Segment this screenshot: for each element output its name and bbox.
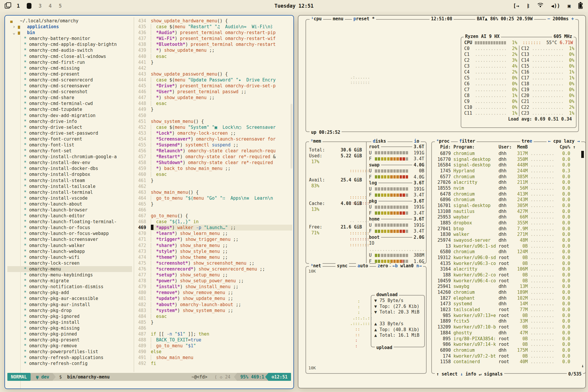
tree-item[interactable]: *omarchy-launch-screensaver xyxy=(7,236,132,242)
net-tab[interactable]: ³net xyxy=(309,263,323,268)
logout-icon[interactable]: [→ xyxy=(513,3,519,9)
tree-item[interactable]: *omarchy-launch-webapp xyxy=(7,248,132,254)
code-line[interactable]: 439▏ *) show_update_menu ;; xyxy=(134,47,292,53)
proc-row[interactable]: 174 kworker/u97:2-bt root 0B ......... 0… xyxy=(435,353,583,359)
proc-row[interactable]: 1884 ghostty dhh 47M ......... 0.0 xyxy=(435,330,583,336)
tree-item-selected[interactable]: *omarchy-menu xyxy=(7,266,132,272)
code-line[interactable]: 468▏ case "${1,,}" in xyxy=(134,219,292,225)
tree-item[interactable]: *omarchy-pkg-aur-accessible xyxy=(7,296,132,301)
code-line[interactable]: 466 xyxy=(134,207,292,213)
refresh-interval[interactable]: − 2000ms + xyxy=(546,16,575,21)
code-line[interactable]: 467go_to_menu() { xyxy=(134,213,292,219)
code-line[interactable]: 452▏ case $(menu "System" "▣ Lock\n▢ Scr… xyxy=(134,124,292,130)
code-line[interactable]: 450 xyxy=(134,113,292,119)
tree-item[interactable]: *omarchy-launch-browser xyxy=(7,207,132,213)
code-line[interactable]: 437▏ *Wi-Fi*) present_terminal omarchy-r… xyxy=(134,36,292,41)
code-line[interactable]: 487if [[ -n "$1" ]]; then xyxy=(134,331,292,337)
code-line[interactable]: 444▏ case $(menu "Update Password" "✦ Dr… xyxy=(134,77,292,83)
tree-item[interactable]: *omarchy-pkg-ignored xyxy=(7,313,132,319)
proc-row[interactable]: 6896 chromium dhh 243M ......... 0.0 xyxy=(435,197,583,203)
tree-item[interactable]: *omarchy-launch-about xyxy=(7,201,132,207)
code-line[interactable]: 483▏ *system*) show_system_menu ;; xyxy=(134,308,292,313)
proc-sort-selector[interactable]: ← cpu lazy → xyxy=(547,139,581,144)
proc-row[interactable]: 985 kworker/u97:13+e root 0B ......... 0… xyxy=(435,313,583,319)
code-line[interactable]: 454▏ *Screensaver*) omarchy-launch-scree… xyxy=(134,136,292,142)
tree-item[interactable]: *omarchy-drive-info xyxy=(7,119,132,124)
code-line[interactable]: 458▏ *Shutdown*) omarchy-state clear re*… xyxy=(134,160,292,166)
proc-filter-button[interactable]: filter xyxy=(458,139,477,144)
code-line[interactable]: 438▏ *Bluetooth*) present_terminal omarc… xyxy=(134,41,292,47)
code-line[interactable]: 474▏ *theme*) show_theme_menu ;; xyxy=(134,254,292,260)
code-line[interactable]: 480▏ *remove*) show_remove_menu ;; xyxy=(134,290,292,296)
proc-row[interactable]: 27026 alacritty dhh 211M ......... 0.0 xyxy=(435,180,583,186)
code-line[interactable]: 470▏ *learn*) show_learn_menu ;; xyxy=(134,231,292,236)
tree-item[interactable]: *omarchy-launch-or-focus xyxy=(7,225,132,231)
pane-separator[interactable] xyxy=(134,17,134,372)
tree-item[interactable]: *omarchy-battery-monitor xyxy=(7,36,132,41)
tree-item[interactable]: *omarchy-cmd-present xyxy=(7,71,132,77)
code-line[interactable]: 446▏ *User*) present_terminal passwd ;; xyxy=(134,89,292,95)
tree-item[interactable]: *omarchy-cmd-tzupdate xyxy=(7,106,132,112)
code-line[interactable]: 463show_main_menu() { xyxy=(134,189,292,195)
proc-row[interactable]: 1885 dropbox dhh 355M ......... 0.0 xyxy=(435,220,583,226)
code-line[interactable]: 472▏ *share*) show_share_menu ;; xyxy=(134,243,292,248)
code-line[interactable]: 434show_update_hardware_menu() { xyxy=(134,18,292,24)
code-line[interactable]: 455▏ *Suspend*) systemctl suspend ;; xyxy=(134,142,292,148)
tree-item[interactable]: *omarchy-pkg-add xyxy=(7,290,132,296)
tree-item[interactable]: *omarchy-install-terminal xyxy=(7,189,132,195)
proc-row[interactable]: 4135 kworker/u96:3-co root 0B ......... … xyxy=(435,261,583,267)
proc-row[interactable]: 13209 kworker/u97:10-b root 0B .........… xyxy=(435,324,583,330)
code-line[interactable]: 490else xyxy=(134,349,292,355)
tree-item[interactable]: *omarchy-cmd-close-all-windows xyxy=(7,54,132,59)
preset-tab[interactable]: preset * xyxy=(352,16,376,21)
tree-item[interactable]: *omarchy-install-docker-dbs xyxy=(7,166,132,171)
tree-item[interactable]: *omarchy-pkg-drop xyxy=(7,308,132,313)
git-branch[interactable]: ψ dev xyxy=(31,373,56,381)
code-line[interactable]: 473▏ *style*) show_style_menu ;; xyxy=(134,248,292,254)
proc-row[interactable]: 1023 tailscaled root 77M ......... 0.0 xyxy=(435,307,583,313)
tree-item[interactable]: *omarchy-lock-screen xyxy=(7,260,132,266)
code-line[interactable]: 456▏ *Relaunch*) omarchy-state clear rel… xyxy=(134,148,292,154)
proc-tab[interactable]: ⁴proc xyxy=(435,139,451,144)
tree-item[interactable]: *omarchy-cmd-screenrecord xyxy=(7,77,132,83)
tree-item[interactable]: *omarchy-pkg-missing xyxy=(7,325,132,331)
tree-item[interactable]: *omarchy-menu-keybindings xyxy=(7,272,132,278)
code-line[interactable]: 436▏ *Audio*) present_terminal omarchy-r… xyxy=(134,30,292,36)
tree-item[interactable]: *omarchy-dev-add-migration xyxy=(7,113,132,119)
proc-column-headers[interactable]: Pid: Program: User: MemB Cpu% ↑ xyxy=(435,144,583,150)
tree-item[interactable]: *omarchy-notification-dismiss xyxy=(7,284,132,290)
wifi-icon[interactable] xyxy=(537,3,543,9)
proc-row[interactable]: 13 kworker/u96:1-sd root 0B ......... 0.… xyxy=(435,243,583,249)
proc-row[interactable]: 188 kworker/u96:2-co root 0B ......... 0… xyxy=(435,272,583,278)
net-interface-selector[interactable]: ←b wlan0 n→ xyxy=(391,263,423,268)
tree-item[interactable]: *omarchy-cmd-screenshot xyxy=(7,89,132,95)
code-line[interactable]: 457▏ *Restart*) omarchy-state clear re*-… xyxy=(134,154,292,160)
code-line[interactable]: 491▏ show_main_menu xyxy=(134,355,292,361)
proc-row[interactable]: 25941 swaybg dhh 13M ......... 0.0 xyxy=(435,284,583,290)
proc-row[interactable]: 25974 swayosd-server dhh 48M ......... 0… xyxy=(435,238,583,243)
tree-item[interactable]: *omarchy-migrate xyxy=(7,278,132,284)
proc-row[interactable]: 14260 chromium dhh 189M ......... 0.0 xyxy=(435,290,583,296)
tree-item[interactable]: *omarchy-launch-editor xyxy=(7,213,132,219)
tree-item[interactable]: *omarchy-cmd-terminal-cwd xyxy=(7,101,132,106)
proc-row[interactable]: 6478 chromium dhh 413M ......... 0.0 xyxy=(435,191,583,197)
tree-item[interactable]: *omarchy-cmd-audio-switch xyxy=(7,47,132,53)
proc-row[interactable]: 27041 btop dhh 7.9M ......... 0.0 xyxy=(435,226,583,232)
code-line[interactable]: 489▏ go_to_menu "$1" xyxy=(134,343,292,349)
code-line[interactable]: 447▏ *) show_update_menu ;; xyxy=(134,95,292,101)
proc-row[interactable]: 1827 elephant dhh 102M ......... 0.0 xyxy=(435,296,583,301)
proc-row[interactable]: 1473 systemd dhh 14M ......... 0.0 xyxy=(435,301,583,307)
proc-row[interactable]: 13108 nautilus dhh 427M ......... 0.0 xyxy=(435,209,583,215)
proc-row[interactable]: 18555 nvim dhh 56M ......... 0.0 xyxy=(435,186,583,191)
tree-item[interactable]: *omarchy-refresh-config xyxy=(7,361,132,366)
battery-icon[interactable]: ↯ xyxy=(578,3,583,9)
tree-item[interactable]: *omarchy-drive-set-password xyxy=(7,130,132,136)
code-line[interactable]: 440▏ esac xyxy=(134,54,292,59)
tree-folder-applications[interactable]: ›▆ applications xyxy=(7,24,132,30)
code-line[interactable]: 485} xyxy=(134,319,292,325)
tree-item[interactable]: *omarchy-cmd-missing xyxy=(7,65,132,71)
tree-item[interactable]: *omarchy-cmd-share xyxy=(7,95,132,101)
code-line[interactable]: 464▏ go_to_menu "$(menu "Go" "∷ Apps\n≡ … xyxy=(134,195,292,201)
code-line[interactable]: 451show_system_menu() { xyxy=(134,119,292,124)
proc-row[interactable]: 6577 chromium dhh 385M ......... 0.0 xyxy=(435,174,583,180)
